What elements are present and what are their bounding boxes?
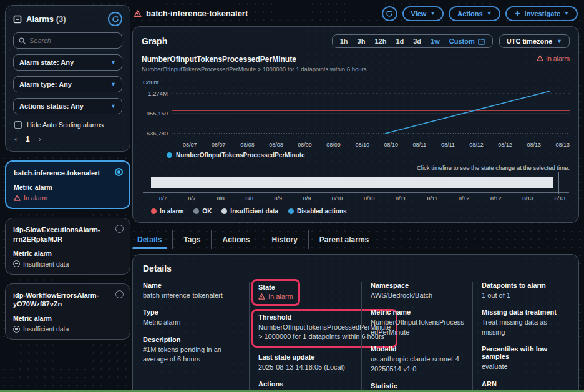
page-header: batch-inference-tokenalert View▼ Actions… bbox=[132, 5, 579, 22]
alarm-search bbox=[13, 32, 122, 49]
search-icon bbox=[19, 37, 26, 44]
chart-legend: NumberOfInputTokensProcessedPerMinute bbox=[167, 152, 570, 159]
collapse-panel-icon[interactable] bbox=[13, 15, 22, 24]
metric-title: NumberOfInputTokensProcessedPerMinute bbox=[142, 55, 366, 64]
prev-page-button[interactable]: ‹ bbox=[14, 135, 17, 144]
legend-dot-insufficient bbox=[221, 208, 227, 214]
range-1d[interactable]: 1d bbox=[396, 37, 404, 45]
alarm-list-item[interactable]: idp-WorkflowErrorsAlarm-yO70Wzf87vZn Met… bbox=[5, 283, 130, 340]
radio-selected-icon[interactable] bbox=[115, 168, 123, 176]
state-value: In alarm bbox=[258, 293, 293, 300]
tab-history[interactable]: History bbox=[261, 230, 308, 249]
alarms-filter-panel: Alarms (3) Alarm state: Any▼ Alarm type:… bbox=[5, 5, 130, 152]
alarms-sidebar: Alarms (3) Alarm state: Any▼ Alarm type:… bbox=[5, 5, 130, 340]
chart-plot-area bbox=[172, 87, 570, 140]
time-range-selector: 1h 3h 12h 1d 3d 1w Custom bbox=[332, 34, 493, 48]
timeline-legend: In alarm OK Insufficient data Disabled a… bbox=[151, 208, 570, 215]
caret-down-icon: ▼ bbox=[487, 11, 492, 16]
legend-dot-metric bbox=[167, 152, 172, 158]
tab-tags[interactable]: Tags bbox=[172, 230, 211, 249]
legend-dot-inalarm bbox=[151, 208, 157, 214]
refresh-icon bbox=[386, 10, 393, 17]
timeline-bar-insufficient[interactable] bbox=[151, 177, 553, 188]
warning-triangle-icon bbox=[258, 293, 265, 300]
y-axis-label: Count bbox=[143, 79, 570, 86]
timezone-dropdown[interactable]: UTC timezone▼ bbox=[499, 34, 570, 48]
alarm-name-value: batch-inference-tokenalert bbox=[143, 291, 243, 300]
details-col-1: Namebatch-inference-tokenalert TypeMetri… bbox=[143, 282, 249, 392]
alarm-detail-main: batch-inference-tokenalert View▼ Actions… bbox=[132, 5, 579, 392]
alarm-list-item[interactable]: idp-SlowExecutionsAlarm-rrn2ERpksMJR Met… bbox=[5, 218, 130, 275]
caret-down-icon: ▼ bbox=[110, 81, 116, 87]
radio-unselected-icon[interactable] bbox=[115, 225, 124, 233]
investigate-button[interactable]: Investigate▼ bbox=[505, 6, 578, 21]
hide-autoscaling-checkbox[interactable] bbox=[14, 121, 22, 129]
timeline-hint: Click timeline to see the state change a… bbox=[142, 164, 570, 171]
alarm-state-filter[interactable]: Alarm state: Any▼ bbox=[13, 54, 122, 71]
tab-actions[interactable]: Actions bbox=[211, 230, 260, 249]
range-12h[interactable]: 12h bbox=[374, 37, 386, 45]
details-panel: Details Namebatch-inference-tokenalert T… bbox=[132, 254, 579, 392]
warning-triangle-icon bbox=[134, 10, 142, 17]
range-1h[interactable]: 1h bbox=[340, 37, 348, 45]
sparkle-icon bbox=[514, 10, 521, 17]
warning-triangle-icon bbox=[14, 195, 21, 201]
alarm-type-filter[interactable]: Alarm type: Any▼ bbox=[13, 76, 122, 92]
pagination: ‹ 1 › bbox=[14, 135, 121, 144]
x-axis-ticks: 08/0708/0708/0808/0808/0908/0908/1008/10… bbox=[172, 140, 570, 148]
hide-autoscaling-label: Hide Auto Scaling alarms bbox=[27, 121, 104, 129]
alarm-state-badge: Insufficient data bbox=[13, 325, 122, 333]
next-page-button[interactable]: › bbox=[39, 135, 41, 144]
tab-details[interactable]: Details bbox=[132, 230, 172, 249]
graph-state-badge: In alarm bbox=[537, 55, 570, 72]
refresh-icon bbox=[112, 16, 119, 23]
radio-unselected-icon[interactable] bbox=[115, 290, 124, 298]
view-button[interactable]: View▼ bbox=[402, 6, 444, 21]
caret-down-icon: ▼ bbox=[564, 11, 569, 16]
y-axis-ticks: 1.274M 955,159 636,780 bbox=[142, 87, 172, 140]
timeline-cursor bbox=[558, 172, 559, 194]
refresh-button[interactable] bbox=[382, 6, 397, 21]
caret-down-icon: ▼ bbox=[110, 59, 116, 66]
caret-down-icon: ▼ bbox=[110, 103, 116, 109]
caret-down-icon: ▼ bbox=[430, 11, 435, 16]
metric-chart[interactable]: 1.274M 955,159 636,780 bbox=[142, 87, 570, 140]
insufficient-data-icon bbox=[13, 326, 20, 333]
legend-dot-ok bbox=[193, 208, 199, 214]
metric-subtitle: NumberOfInputTokensProcessedPerMinute > … bbox=[142, 66, 366, 72]
range-custom[interactable]: Custom bbox=[449, 37, 485, 45]
alarm-list-item[interactable]: batch-inference-tokenalert Metric alarm … bbox=[5, 160, 130, 209]
sidebar-title: Alarms (3) bbox=[26, 14, 66, 24]
alarm-state-badge: In alarm bbox=[14, 194, 122, 202]
caret-down-icon: ▼ bbox=[557, 38, 562, 44]
range-1w-active[interactable]: 1w bbox=[431, 37, 440, 45]
range-3d[interactable]: 3d bbox=[413, 37, 421, 45]
alarm-state-badge: Insufficient data bbox=[13, 260, 122, 268]
calendar-icon bbox=[478, 38, 485, 45]
details-col-2: State In alarm Threshold NumberOfInputTo… bbox=[249, 282, 361, 392]
tab-parent-alarms[interactable]: Parent alarms bbox=[308, 230, 379, 249]
actions-status-filter[interactable]: Actions status: Any▼ bbox=[13, 98, 122, 114]
legend-dot-disabled bbox=[288, 208, 294, 214]
state-timeline[interactable] bbox=[142, 172, 570, 192]
sidebar-refresh-button[interactable] bbox=[108, 12, 122, 26]
actions-button[interactable]: Actions▼ bbox=[449, 6, 500, 21]
range-3h[interactable]: 3h bbox=[358, 37, 366, 45]
details-heading: Details bbox=[143, 263, 568, 273]
graph-panel-title: Graph bbox=[142, 36, 167, 46]
details-col-3: NamespaceAWS/Bedrock/Batch Metric nameNu… bbox=[361, 282, 472, 392]
detail-tabs: Details Tags Actions History Parent alar… bbox=[132, 230, 579, 249]
details-col-4: Datapoints to alarm1 out of 1 Missing da… bbox=[472, 282, 568, 392]
state-annotation-box: State In alarm bbox=[251, 279, 300, 306]
warning-triangle-icon bbox=[537, 55, 543, 61]
page-number[interactable]: 1 bbox=[26, 135, 30, 144]
metric-line-series bbox=[385, 91, 550, 134]
search-input[interactable] bbox=[29, 37, 117, 44]
graph-panel: Graph 1h 3h 12h 1d 3d 1w Custom UTC time… bbox=[132, 26, 579, 223]
timeline-ticks: 8/78/78/88/88/98/98/108/108/118/118/128/… bbox=[143, 192, 569, 202]
insufficient-data-icon bbox=[13, 260, 20, 267]
page-title: batch-inference-tokenalert bbox=[146, 9, 248, 18]
